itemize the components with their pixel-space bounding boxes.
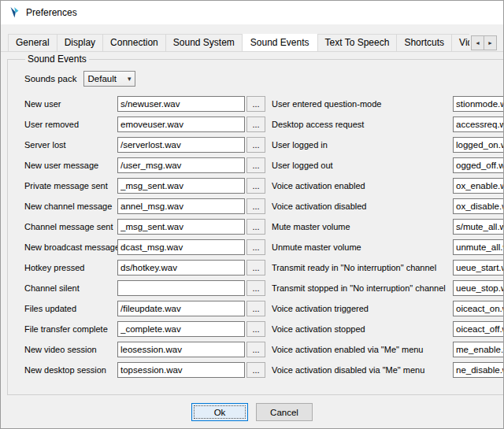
tab-label: Sound System <box>173 37 235 48</box>
sound-event-label: User removed <box>24 120 117 129</box>
sound-event-label: New channel message <box>24 202 117 211</box>
sound-event-row: Unmute master volume ... <box>272 239 504 255</box>
browse-button[interactable]: ... <box>246 260 265 276</box>
sound-file-input[interactable] <box>453 219 504 235</box>
browse-button[interactable]: ... <box>246 219 265 235</box>
sound-event-label: Transmit ready in "No interruption" chan… <box>272 263 453 272</box>
sound-file-input[interactable] <box>453 239 504 255</box>
sound-file-input[interactable] <box>453 96 504 112</box>
sound-file-input[interactable] <box>453 137 504 153</box>
sound-event-row: New video session ... <box>24 342 265 357</box>
browse-button[interactable]: ... <box>246 321 265 337</box>
tab-scroll-left-icon[interactable]: ◄ <box>471 35 484 50</box>
sound-event-row: Server lost ... <box>24 137 265 153</box>
sound-event-label: New user message <box>24 161 117 170</box>
tab-scroll-right-icon[interactable]: ► <box>484 35 497 50</box>
left-column: New user ... User removed ... Server los… <box>24 96 265 383</box>
title-bar: Preferences <box>1 1 503 24</box>
browse-button[interactable]: ... <box>246 280 265 296</box>
sound-event-row: Transmit ready in "No interruption" chan… <box>272 260 504 276</box>
sound-file-input[interactable] <box>117 198 245 214</box>
sound-file-input[interactable] <box>453 362 504 378</box>
sound-event-label: Voice activation disabled via "Me" menu <box>272 365 453 375</box>
sound-file-input[interactable] <box>453 342 504 357</box>
tab-label: Video <box>459 37 469 48</box>
sound-file-input[interactable] <box>117 301 245 316</box>
tab[interactable]: Sound Events <box>242 34 318 51</box>
tab[interactable]: Display <box>57 34 103 51</box>
sound-event-row: New user message ... <box>24 157 265 173</box>
tab-label: Display <box>65 37 95 48</box>
sound-event-label: Files updated <box>24 304 117 313</box>
sound-file-input[interactable] <box>453 321 504 337</box>
sound-event-row: Private message sent ... <box>24 178 265 194</box>
sound-event-label: New user <box>24 99 117 109</box>
cancel-button[interactable]: Cancel <box>256 403 313 421</box>
sound-file-input[interactable] <box>453 280 504 296</box>
sound-event-label: Server lost <box>24 140 117 150</box>
sound-event-row: Channel message sent ... <box>24 219 265 235</box>
tab-label: Text To Speech <box>325 37 390 48</box>
sound-file-input[interactable] <box>117 96 245 112</box>
sound-file-input[interactable] <box>453 178 504 194</box>
sound-event-label: Hotkey pressed <box>24 263 117 272</box>
sound-event-row: New channel message ... <box>24 198 265 214</box>
sounds-pack-select[interactable]: Default ▾ <box>83 71 135 87</box>
tab[interactable]: Shortcuts <box>396 34 452 51</box>
sound-file-input[interactable] <box>453 157 504 173</box>
browse-button[interactable]: ... <box>246 116 265 132</box>
browse-button[interactable]: ... <box>246 157 265 173</box>
sound-file-input[interactable] <box>117 260 245 276</box>
browse-button[interactable]: ... <box>246 362 265 378</box>
sound-file-input[interactable] <box>117 137 245 153</box>
preferences-dialog: Preferences General Display Connection S… <box>0 0 504 429</box>
sound-event-row: Desktop access request ... <box>272 116 504 132</box>
sound-event-label: Private message sent <box>24 181 117 190</box>
browse-button[interactable]: ... <box>246 178 265 194</box>
sound-file-input[interactable] <box>453 301 504 316</box>
sound-file-input[interactable] <box>117 116 245 132</box>
tab-label: Shortcuts <box>404 37 444 48</box>
browse-button[interactable]: ... <box>246 301 265 316</box>
sound-event-label: Mute master volume <box>272 222 453 231</box>
sound-file-input[interactable] <box>453 116 504 132</box>
tab[interactable]: Video <box>451 34 469 51</box>
sound-file-input[interactable] <box>117 321 245 337</box>
sound-event-label: New desktop session <box>24 365 117 375</box>
sound-file-input[interactable] <box>117 219 245 235</box>
browse-button[interactable]: ... <box>246 342 265 357</box>
sounds-pack-label: Sounds pack <box>24 74 77 83</box>
browse-button[interactable]: ... <box>246 96 265 112</box>
sounds-pack-value: Default <box>88 74 117 83</box>
sound-event-row: Voice activation disabled ... <box>272 198 504 214</box>
browse-button[interactable]: ... <box>246 239 265 255</box>
tab[interactable]: Connection <box>102 34 166 51</box>
sound-file-input[interactable] <box>453 260 504 276</box>
tab[interactable]: Sound System <box>165 34 243 51</box>
ok-button[interactable]: Ok <box>191 403 248 421</box>
browse-button[interactable]: ... <box>246 198 265 214</box>
sound-file-input[interactable] <box>117 280 245 296</box>
sound-file-input[interactable] <box>117 178 245 194</box>
sound-file-input[interactable] <box>117 239 245 255</box>
sound-event-row: Voice activation stopped ... <box>272 321 504 337</box>
sound-file-input[interactable] <box>453 198 504 214</box>
sound-event-label: File transfer complete <box>24 324 117 334</box>
sound-event-row: Hotkey pressed ... <box>24 260 265 276</box>
chevron-down-icon: ▾ <box>128 76 132 83</box>
app-icon <box>8 6 20 19</box>
sound-file-input[interactable] <box>117 342 245 357</box>
sound-event-row: Files updated ... <box>24 301 265 316</box>
tab[interactable]: Text To Speech <box>317 34 398 51</box>
sound-event-label: New broadcast message <box>24 242 117 252</box>
sound-event-label: User logged out <box>272 161 453 170</box>
sound-file-input[interactable] <box>117 157 245 173</box>
sound-event-row: Voice activation triggered ... <box>272 301 504 316</box>
browse-button[interactable]: ... <box>246 137 265 153</box>
sound-event-row: User removed ... <box>24 116 265 132</box>
right-column: User entered question-mode ... Desktop a… <box>272 96 504 383</box>
sound-event-row: New user ... <box>24 96 265 112</box>
sound-file-input[interactable] <box>117 362 245 378</box>
tab[interactable]: General <box>8 34 57 51</box>
sounds-pack-row: Sounds pack Default ▾ <box>24 71 504 87</box>
